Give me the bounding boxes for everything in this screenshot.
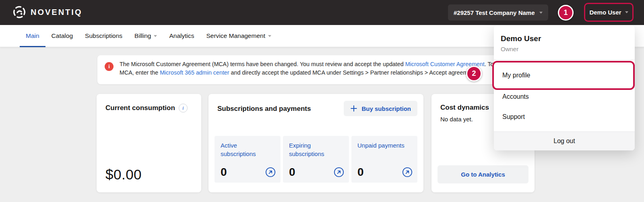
active-subscriptions-tile[interactable]: Active subscriptions 0 bbox=[215, 136, 281, 183]
dropdown-user-name: Demo User bbox=[501, 34, 541, 43]
chevron-down-icon bbox=[539, 12, 543, 14]
plus-icon bbox=[350, 105, 357, 112]
banner-line-2: MCA, enter the Microsoft 365 admin cente… bbox=[120, 69, 522, 77]
menu-item-my-profile[interactable]: My profile bbox=[494, 65, 635, 85]
consumption-amount: $0.00 bbox=[105, 167, 142, 183]
logout-button[interactable]: Log out bbox=[494, 131, 635, 150]
nav-tab-label: Subscriptions bbox=[85, 32, 122, 40]
step-number: 1 bbox=[564, 8, 568, 17]
m365-admin-center-link[interactable]: Microsoft 365 admin center bbox=[160, 69, 229, 76]
external-arrow-icon[interactable] bbox=[265, 167, 276, 177]
subscription-stats: Active subscriptions 0 Expiring subscrip… bbox=[215, 136, 417, 183]
nav-tab-label: Analytics bbox=[169, 32, 194, 40]
info-icon-glyph: i bbox=[182, 105, 184, 111]
menu-item-label: Accounts bbox=[502, 93, 529, 100]
logout-label: Log out bbox=[553, 137, 575, 145]
menu-item-support[interactable]: Support bbox=[494, 107, 635, 127]
tile-label: Expiring subscriptions bbox=[289, 141, 339, 158]
external-arrow-icon[interactable] bbox=[402, 167, 413, 177]
expiring-subscriptions-tile[interactable]: Expiring subscriptions 0 bbox=[283, 136, 349, 183]
company-selector-label: #29257 Test Company Name bbox=[454, 9, 535, 16]
go-to-analytics-label: Go to Analytics bbox=[461, 171, 505, 178]
dropdown-user-role: Owner bbox=[501, 46, 518, 52]
company-selector[interactable]: #29257 Test Company Name bbox=[448, 4, 548, 21]
step-2-badge: 2 bbox=[466, 66, 482, 81]
noventiq-logo-icon bbox=[12, 5, 27, 19]
chevron-down-icon bbox=[154, 35, 157, 37]
step-number: 2 bbox=[472, 69, 476, 78]
user-menu-button-label: Demo User bbox=[589, 9, 621, 16]
nav-tab-billing[interactable]: Billing bbox=[134, 25, 157, 47]
menu-item-accounts[interactable]: Accounts bbox=[494, 87, 635, 107]
tile-value: 0 bbox=[289, 166, 295, 179]
tile-label: Unpaid payments bbox=[357, 141, 408, 150]
subscriptions-payments-card: Subscriptions and payments Buy subscript… bbox=[208, 94, 423, 192]
card-title: Subscriptions and payments bbox=[217, 105, 311, 113]
nav-tab-main[interactable]: Main bbox=[26, 25, 39, 47]
banner-line-1: The Microsoft Customer Agreement (MCA) t… bbox=[120, 60, 522, 69]
tile-value: 0 bbox=[357, 166, 364, 179]
nav-tab-label: Service Management bbox=[206, 32, 265, 40]
card-title: Cost dynamics bbox=[440, 104, 489, 112]
menu-item-label: My profile bbox=[502, 72, 530, 79]
tile-value: 0 bbox=[221, 166, 227, 179]
go-to-analytics-button[interactable]: Go to Analytics bbox=[438, 165, 528, 183]
alert-icon: i bbox=[105, 62, 114, 71]
dropdown-divider bbox=[494, 60, 635, 60]
user-dropdown-menu: Demo User Owner My profile Accounts Supp… bbox=[494, 25, 635, 150]
user-menu-button[interactable]: Demo User bbox=[584, 3, 634, 22]
menu-item-label: Support bbox=[502, 113, 525, 121]
chevron-down-icon bbox=[625, 11, 628, 13]
current-consumption-card: Current consumption i $0.00 bbox=[97, 94, 201, 192]
buy-subscription-button[interactable]: Buy subscription bbox=[344, 101, 417, 116]
banner-text-segment: The Microsoft Customer Agreement (MCA) t… bbox=[120, 61, 405, 67]
nav-tab-label: Main bbox=[26, 32, 39, 40]
nav-tab-service-management[interactable]: Service Management bbox=[206, 25, 271, 47]
alert-icon-glyph: i bbox=[108, 63, 110, 70]
nav-tab-analytics[interactable]: Analytics bbox=[169, 25, 194, 47]
mca-notification-text: The Microsoft Customer Agreement (MCA) t… bbox=[120, 60, 522, 77]
nav-tab-catalog[interactable]: Catalog bbox=[52, 25, 73, 47]
top-header: NOVENTIQ #29257 Test Company Name Demo U… bbox=[0, 0, 644, 25]
info-icon[interactable]: i bbox=[179, 104, 188, 112]
step-1-badge: 1 bbox=[558, 5, 574, 21]
no-data-text: No data yet. bbox=[440, 116, 473, 123]
brand-logo[interactable]: NOVENTIQ bbox=[12, 5, 82, 19]
unpaid-payments-tile[interactable]: Unpaid payments 0 bbox=[351, 136, 417, 183]
external-arrow-icon[interactable] bbox=[334, 167, 344, 177]
chevron-down-icon bbox=[268, 35, 271, 37]
buy-subscription-label: Buy subscription bbox=[361, 105, 411, 112]
card-title: Current consumption bbox=[105, 104, 175, 112]
banner-text-segment: MCA, enter the bbox=[120, 69, 160, 76]
brand-wordmark: NOVENTIQ bbox=[31, 8, 82, 17]
nav-tab-label: Billing bbox=[134, 32, 151, 40]
tile-label: Active subscriptions bbox=[221, 141, 271, 158]
nav-tab-subscriptions[interactable]: Subscriptions bbox=[85, 25, 122, 47]
nav-tab-label: Catalog bbox=[52, 32, 73, 40]
banner-text-segment: and directly accept the updated MCA unde… bbox=[229, 69, 478, 76]
